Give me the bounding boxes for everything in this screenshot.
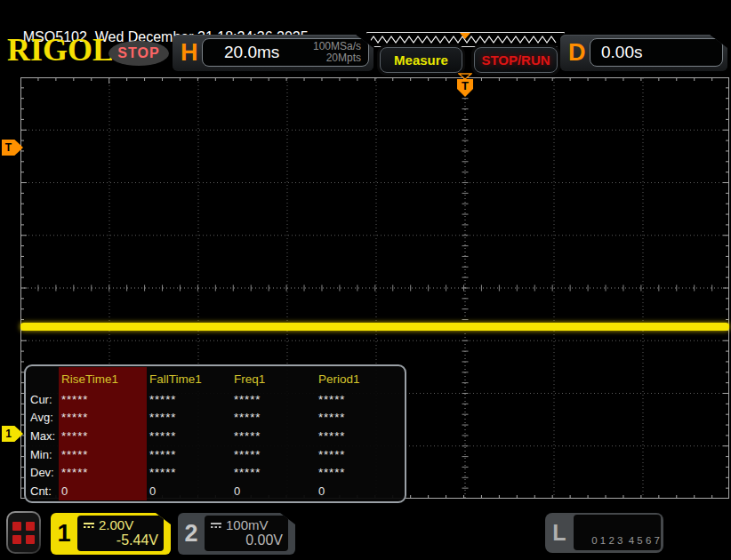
table-cell: ***** bbox=[147, 427, 231, 445]
timebase-value: 20.0ms bbox=[224, 43, 279, 62]
table-cell: ***** bbox=[316, 463, 401, 482]
table-cell: ***** bbox=[147, 445, 231, 464]
channel1-offset: -5.44V bbox=[83, 532, 158, 548]
delay-value: 0.00s bbox=[601, 43, 642, 62]
delay-inner: 0.00s bbox=[590, 38, 723, 67]
channel1-panel: 2.00V -5.44V bbox=[77, 516, 164, 551]
row-label-dev: Dev: bbox=[26, 463, 59, 482]
sample-rate: 100MSa/s bbox=[313, 40, 361, 52]
table-cell: 0 bbox=[316, 482, 401, 500]
channel2-scale: 100mV bbox=[226, 517, 269, 532]
table-cell: ***** bbox=[59, 409, 147, 428]
table-cell: ***** bbox=[231, 445, 316, 464]
horizontal-settings-block[interactable]: H 20.0ms 100MSa/s 20Mpts bbox=[173, 35, 374, 71]
trigger-hollow-triangle-icon bbox=[458, 73, 472, 80]
grid-icon bbox=[8, 513, 39, 552]
table-cell: ***** bbox=[231, 409, 316, 428]
delay-icon: D bbox=[568, 39, 586, 67]
table-cell: ***** bbox=[231, 390, 316, 409]
channel2-panel: 100mV 0.00V bbox=[205, 516, 288, 551]
channel1-scale: 2.00V bbox=[99, 517, 133, 532]
table-cell: ***** bbox=[147, 390, 231, 409]
grid-square bbox=[26, 522, 35, 531]
channel1-trace bbox=[20, 323, 729, 331]
table-cell: ***** bbox=[316, 409, 401, 428]
table-cell: ***** bbox=[147, 463, 231, 482]
row-label-cnt: Cnt: bbox=[26, 482, 59, 500]
table-cell: ***** bbox=[59, 445, 147, 464]
row-label-min: Min: bbox=[26, 445, 59, 464]
table-cell: ***** bbox=[59, 427, 147, 445]
table-cell: ***** bbox=[59, 463, 147, 482]
table-cell: ***** bbox=[147, 409, 231, 428]
row-label-avg: Avg: bbox=[26, 409, 59, 428]
column-header-falltime1[interactable]: FallTime1 bbox=[147, 367, 231, 390]
measurement-table[interactable]: RiseTime1 FallTime1 Freq1 Period1 Cur: *… bbox=[24, 364, 406, 503]
column-header-period1[interactable]: Period1 bbox=[316, 367, 401, 390]
channel-grid-button[interactable] bbox=[6, 511, 41, 554]
sample-rate-memdepth: 100MSa/s 20Mpts bbox=[313, 41, 361, 64]
logic-channels-badge[interactable]: L 0 1 2 3 4 5 6 7 8 9 10 11 12 13 14 15 bbox=[545, 513, 663, 553]
overview-position-triangle-icon bbox=[460, 33, 470, 39]
logic-row1: 0 1 2 3 4 5 6 7 bbox=[591, 535, 660, 546]
table-cell: ***** bbox=[231, 427, 316, 445]
table-cell: ***** bbox=[316, 390, 401, 409]
column-header-risetime1[interactable]: RiseTime1 bbox=[59, 367, 147, 390]
channel1-number: 1 bbox=[51, 513, 77, 555]
channel2-offset: 0.00V bbox=[210, 532, 283, 548]
table-cell: ***** bbox=[231, 463, 316, 482]
acquisition-status-badge: STOP bbox=[108, 41, 169, 66]
channel2-badge[interactable]: 2 100mV 0.00V bbox=[178, 513, 295, 555]
title-bar: MSO5102 Wed December 31 18:24:36 2025 bbox=[0, 0, 731, 25]
table-cell: ***** bbox=[316, 427, 401, 445]
table-cell: ***** bbox=[59, 390, 147, 409]
column-header-freq1[interactable]: Freq1 bbox=[231, 367, 316, 390]
dc-coupling-icon bbox=[210, 522, 222, 529]
table-cell: 0 bbox=[59, 482, 147, 500]
memory-depth: 20Mpts bbox=[326, 52, 361, 64]
logic-channel-numbers: 0 1 2 3 4 5 6 7 8 9 10 11 12 13 14 15 bbox=[574, 515, 661, 550]
oscilloscope-screen: MSO5102 Wed December 31 18:24:36 2025 RI… bbox=[0, 0, 731, 560]
grid-square bbox=[12, 522, 21, 531]
grid-square bbox=[26, 535, 35, 544]
grid-square bbox=[12, 535, 21, 544]
measure-button[interactable]: Measure bbox=[380, 47, 462, 73]
rigol-logo: RIGOL bbox=[7, 34, 109, 66]
horizontal-inner: 20.0ms 100MSa/s 20Mpts bbox=[202, 38, 369, 67]
channel2-number: 2 bbox=[178, 513, 205, 555]
dc-coupling-icon bbox=[83, 522, 95, 529]
stop-run-button[interactable]: STOP/RUN bbox=[474, 47, 558, 73]
table-cell: 0 bbox=[147, 482, 231, 500]
horizontal-icon: H bbox=[181, 39, 198, 67]
delay-settings-block[interactable]: D 0.00s bbox=[560, 35, 727, 71]
row-label-max: Max: bbox=[26, 427, 59, 445]
logic-label: L bbox=[545, 513, 574, 553]
row-label-cur: Cur: bbox=[26, 390, 59, 409]
table-cell: 0 bbox=[231, 482, 316, 500]
table-cell: ***** bbox=[316, 445, 401, 464]
channel1-badge[interactable]: 1 2.00V -5.44V bbox=[51, 513, 171, 555]
table-corner bbox=[26, 367, 59, 390]
